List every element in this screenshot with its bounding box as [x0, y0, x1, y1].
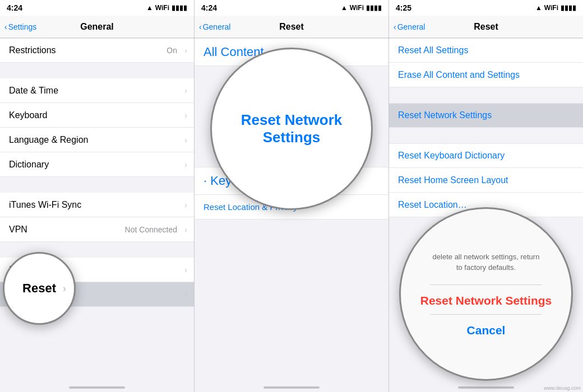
- nav-bar-3: ‹ General Reset: [389, 16, 583, 38]
- signal-icon-3: ▲: [535, 4, 542, 12]
- language-item[interactable]: Language & Region ›: [0, 128, 194, 152]
- circle-divider-mid: [430, 314, 542, 315]
- status-bar-2: 4:24 ▲ WiFi ▮▮▮▮: [195, 0, 388, 16]
- back-label-1: Settings: [8, 22, 37, 31]
- datetime-chevron: ›: [184, 86, 187, 95]
- reset-all-label: Reset All Settings: [398, 45, 468, 55]
- regulatory-chevron: ›: [184, 265, 187, 274]
- reset-home-item[interactable]: Reset Home Screen Layout: [389, 168, 583, 193]
- signal-icon-2: ▲: [341, 4, 348, 12]
- back-button-2[interactable]: ‹ General: [199, 22, 230, 31]
- wifi-icon-2: WiFi: [350, 4, 364, 12]
- wifi-icon-3: WiFi: [544, 4, 558, 12]
- vpn-label: VPN: [9, 225, 27, 235]
- restrictions-label: Restrictions: [9, 45, 56, 55]
- nav-title-3: Reset: [474, 22, 498, 32]
- reset-circle-magnifier: Reset ›: [3, 252, 76, 325]
- back-button-3[interactable]: ‹ General: [394, 22, 425, 31]
- confirm-reset-btn[interactable]: Reset Network Settings: [420, 294, 552, 307]
- panel-general: 4:24 ▲ WiFi ▮▮▮▮ ‹ Settings General Rest…: [0, 0, 194, 392]
- network-settings-circle-text: Reset Network Settings: [223, 111, 360, 146]
- watermark: www.deuag.com: [544, 385, 581, 391]
- panel-reset-confirm: 4:25 ▲ WiFi ▮▮▮▮ ‹ General Reset Reset A…: [388, 0, 583, 392]
- gap-2: [0, 177, 194, 193]
- signal-icon-1: ▲: [146, 4, 153, 12]
- p3-gap-2: [389, 128, 583, 143]
- reset-location-label: Reset Location…: [398, 200, 467, 210]
- reset-home-label: Reset Home Screen Layout: [398, 175, 508, 185]
- confirm-desc: delete all network settings, returnto fa…: [433, 251, 540, 273]
- reset-chevron: ›: [184, 290, 187, 299]
- restrictions-chevron: ›: [184, 46, 187, 55]
- language-chevron: ›: [184, 136, 187, 144]
- restrictions-value: On: [166, 46, 177, 55]
- time-3: 4:25: [396, 3, 411, 12]
- restrictions-item[interactable]: Restrictions On ›: [0, 38, 194, 63]
- keyboard-label: Keyboard: [9, 110, 48, 120]
- reset-all-settings-item[interactable]: Reset All Settings: [389, 38, 583, 63]
- vpn-value: Not Connected: [125, 225, 177, 234]
- time-2: 4:24: [201, 3, 217, 12]
- nav-bar-1: ‹ Settings General: [0, 16, 194, 38]
- reset-network-label: Reset Network Settings: [398, 110, 492, 120]
- itunes-item[interactable]: iTunes Wi-Fi Sync ›: [0, 193, 194, 217]
- gap-1: [0, 63, 194, 78]
- reset-network-item[interactable]: Reset Network Settings: [389, 103, 583, 128]
- keyboard-item[interactable]: Keyboard ›: [0, 103, 194, 128]
- chevron-back-icon-3: ‹: [394, 22, 396, 31]
- erase-all-label: Erase All Content and Settings: [398, 70, 520, 80]
- confirm-cancel-btn[interactable]: Cancel: [467, 324, 506, 337]
- erase-all-item[interactable]: Erase All Content and Settings: [389, 63, 583, 87]
- chevron-back-icon-2: ‹: [199, 22, 202, 31]
- status-bar-1: 4:24 ▲ WiFi ▮▮▮▮: [0, 0, 194, 16]
- battery-icon-1: ▮▮▮▮: [172, 4, 187, 12]
- status-icons-3: ▲ WiFi ▮▮▮▮: [535, 4, 576, 12]
- time-1: 4:24: [7, 3, 22, 12]
- reset-keyboard-item[interactable]: Reset Keyboard Dictionary: [389, 143, 583, 168]
- panel-reset: 4:24 ▲ WiFi ▮▮▮▮ ‹ General Reset All Con…: [194, 0, 388, 392]
- nav-title-1: General: [80, 22, 114, 32]
- nav-bar-2: ‹ General Reset: [195, 16, 388, 38]
- back-label-3: General: [397, 22, 425, 31]
- battery-icon-3: ▮▮▮▮: [561, 4, 576, 12]
- chevron-back-icon-1: ‹: [4, 22, 7, 31]
- p3-gap-1: [389, 87, 583, 103]
- back-button-1[interactable]: ‹ Settings: [4, 22, 36, 31]
- reset-keyboard-label: Reset Keyboard Dictionary: [398, 151, 505, 161]
- confirm-circle: delete all network settings, returnto fa…: [399, 207, 573, 381]
- circle-reset-text: Reset ›: [22, 281, 56, 296]
- dictionary-item[interactable]: Dictionary ›: [0, 152, 194, 177]
- datetime-item[interactable]: Date & Time ›: [0, 78, 194, 103]
- status-icons-2: ▲ WiFi ▮▮▮▮: [341, 4, 382, 12]
- home-indicator-1: [69, 386, 125, 389]
- home-indicator-3: [458, 386, 514, 389]
- dictionary-chevron: ›: [184, 160, 187, 169]
- nav-title-2: Reset: [279, 22, 304, 32]
- list-content-1: Restrictions On › Date & Time › Keyboard…: [0, 38, 194, 392]
- back-label-2: General: [203, 22, 231, 31]
- vpn-item[interactable]: VPN Not Connected ›: [0, 217, 194, 242]
- status-icons-1: ▲ WiFi ▮▮▮▮: [146, 4, 187, 12]
- network-settings-circle: Reset Network Settings: [210, 48, 373, 210]
- vpn-chevron: ›: [184, 225, 187, 234]
- circle-divider-top: [430, 284, 542, 285]
- itunes-chevron: ›: [184, 200, 187, 209]
- dictionary-label: Dictionary: [9, 160, 49, 170]
- wifi-icon-1: WiFi: [155, 4, 169, 12]
- itunes-label: iTunes Wi-Fi Sync: [9, 200, 81, 210]
- battery-icon-2: ▮▮▮▮: [366, 4, 382, 12]
- keyboard-chevron: ›: [184, 111, 187, 120]
- language-label: Language & Region: [9, 135, 88, 145]
- home-indicator-2: [263, 386, 320, 389]
- datetime-label: Date & Time: [9, 86, 58, 96]
- status-bar-3: 4:25 ▲ WiFi ▮▮▮▮: [389, 0, 583, 16]
